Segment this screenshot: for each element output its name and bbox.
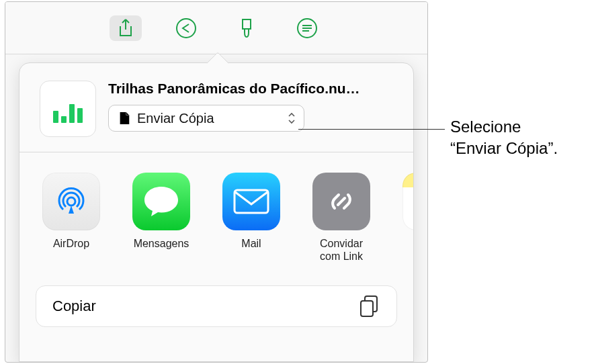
menu-icon — [296, 17, 319, 40]
document-thumbnail — [40, 81, 96, 137]
menu-button[interactable] — [291, 15, 323, 41]
toolbar — [5, 2, 427, 54]
share-target-label: AirDrop — [53, 237, 89, 250]
chevron-up-down-icon — [286, 111, 297, 125]
undo-icon — [175, 17, 198, 40]
callout-line: Selecione — [450, 116, 585, 138]
sheet-header: Trilhas Panorâmicas do Pacífico.nu… Envi… — [19, 63, 413, 152]
svg-point-0 — [177, 19, 196, 38]
share-target-label: Mensagens — [134, 237, 189, 250]
share-target-label: Convidar com Link — [310, 237, 373, 263]
format-button[interactable] — [230, 15, 263, 41]
notes-icon — [402, 173, 413, 230]
copy-label: Copiar — [52, 298, 96, 315]
share-target-messages[interactable]: Mensagens — [130, 173, 193, 263]
document-icon — [118, 111, 130, 125]
send-mode-label: Enviar Cópia — [137, 111, 286, 126]
share-icon — [116, 18, 135, 38]
share-targets-row: AirDrop Mensagens Mail — [19, 152, 413, 271]
share-target-airdrop[interactable]: AirDrop — [40, 173, 103, 263]
share-target-mail[interactable]: Mail — [220, 173, 283, 263]
undo-button[interactable] — [170, 15, 202, 41]
send-mode-select[interactable]: Enviar Cópia — [108, 105, 304, 132]
link-icon — [312, 173, 370, 230]
callout-leader-line — [298, 129, 445, 130]
svg-point-2 — [67, 197, 75, 206]
mail-icon — [222, 173, 280, 230]
bar-chart-icon — [52, 104, 84, 126]
messages-icon — [132, 173, 190, 230]
share-target-invite-link[interactable]: Convidar com Link — [310, 173, 373, 263]
svg-rect-5 — [361, 301, 373, 316]
app-window: Trilhas Panorâmicas do Pacífico.nu… Envi… — [5, 1, 428, 363]
copy-icon — [359, 295, 380, 318]
callout-text: Selecione “Enviar Cópia”. — [450, 116, 585, 160]
share-target-label: Mail — [241, 237, 261, 250]
brush-icon — [237, 17, 257, 39]
svg-rect-3 — [235, 190, 268, 213]
copy-action-row[interactable]: Copiar — [36, 285, 397, 327]
share-button[interactable] — [110, 15, 142, 41]
file-title: Trilhas Panorâmicas do Pacífico.nu… — [108, 81, 393, 97]
share-target-notes[interactable]: N — [400, 173, 413, 263]
callout-line: “Enviar Cópia”. — [450, 138, 585, 159]
airdrop-icon — [42, 173, 100, 230]
share-sheet: Trilhas Panorâmicas do Pacífico.nu… Envi… — [19, 62, 414, 362]
